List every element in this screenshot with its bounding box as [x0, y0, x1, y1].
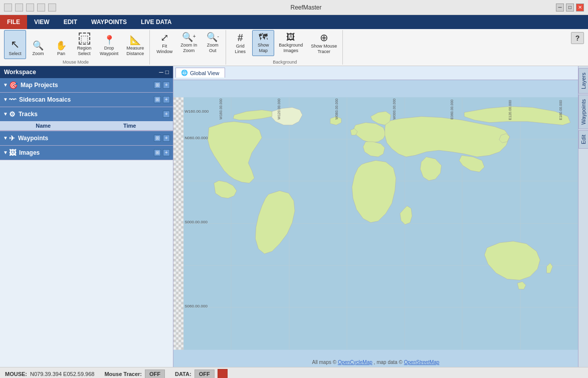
drop-waypoint-tool[interactable]: 📍 DropWaypoint [96, 30, 122, 59]
menu-file[interactable]: FILE [0, 15, 27, 29]
edit-tab[interactable]: Edit [578, 130, 589, 149]
attribution: All maps © OpenCycleMap , map data © Ope… [312, 359, 440, 365]
sidescan-add-child[interactable]: ⊞ [154, 96, 161, 103]
toolbar-view-group: # GridLines 🗺 ShowMap 🖼 BackgroundImages… [227, 30, 343, 65]
app-title: ReefMaster [56, 4, 556, 11]
zoom-tool[interactable]: 🔍 Zoom [27, 30, 49, 59]
show-map-label: ShowMap [258, 43, 269, 54]
statusbar: MOUSE: N079.39.394 E052.59.968 Mouse Tra… [0, 367, 588, 378]
tracks-content: Name Time [0, 121, 173, 131]
map-projects-controls: ⊞ + [154, 82, 170, 89]
maximize-button[interactable]: □ [566, 4, 574, 12]
map-projects-title: 🎯 Map Projects [9, 81, 154, 89]
help-button[interactable]: ? [571, 32, 584, 44]
mouse-tracer-label: Show MouseTracer [311, 44, 337, 55]
zoom-in-icon: 🔍+ [182, 33, 196, 42]
background-images-tool[interactable]: 🖼 BackgroundImages [275, 30, 306, 56]
opencyclemap-link[interactable]: OpenCycleMap [338, 359, 372, 365]
titlebar: ReefMaster ─ □ ✕ [0, 0, 588, 15]
select-tool[interactable]: ↖ Select [4, 30, 26, 59]
tracks-controls: + [163, 111, 170, 118]
globe-icon: 🌐 [181, 70, 188, 76]
tracks-icon: ⚙ [9, 110, 16, 118]
global-view-label: Global View [190, 70, 220, 76]
data-toggle[interactable]: OFF [194, 369, 215, 378]
zoom-out-icon: 🔍- [207, 33, 219, 42]
menu-livedata[interactable]: LIVE DATA [134, 15, 179, 29]
zoom-out-label: ZoomOut [207, 43, 219, 54]
pan-tool[interactable]: ✋ Pan [50, 30, 72, 59]
data-indicator[interactable] [218, 369, 228, 378]
fit-window-tool[interactable]: ⤢ FitWindow [153, 30, 176, 57]
waypoints-header[interactable]: ▼ ✈ Waypoints ⊞ + [0, 131, 173, 145]
grid-lines-label: GridLines [235, 44, 246, 55]
waypoints-add-child[interactable]: ⊞ [154, 135, 161, 142]
show-mouse-tracer-tool[interactable]: ⊕ Show MouseTracer [307, 30, 340, 57]
region-select-tool[interactable]: ⬚ RegionSelect [73, 30, 95, 59]
tracks-col-name: Name [0, 121, 87, 130]
drop-waypoint-label: DropWaypoint [100, 46, 118, 57]
measure-distance-tool[interactable]: 📐 MeasureDistance [123, 30, 147, 59]
tracks-section: ▼ ⚙ Tracks + Name Time [0, 107, 173, 131]
zoom-in-tool[interactable]: 🔍+ Zoom InZoom [177, 30, 201, 56]
tracks-col-time: Time [87, 121, 173, 130]
waypoints-tab[interactable]: Waypoints [578, 95, 589, 129]
openstreetmap-link[interactable]: OpenStreetMap [404, 359, 440, 365]
zoom-out-tool[interactable]: 🔍- ZoomOut [202, 30, 224, 56]
sidescan-section: ▼ 〰 Sidescan Mosaics ⊞ + [0, 93, 173, 107]
map-canvas[interactable]: W160.00.000 N060.00.000 S000.00.000 S060… [173, 80, 578, 367]
sidescan-controls: ⊞ + [154, 96, 170, 103]
menu-edit[interactable]: EDIT [57, 15, 84, 29]
images-add[interactable]: + [163, 149, 170, 156]
data-status-group: DATA: OFF [175, 369, 228, 378]
sidebar-detach[interactable]: □ [165, 69, 169, 76]
layers-tab[interactable]: Layers [578, 68, 589, 94]
menu-waypoints[interactable]: WAYPOINTS [84, 15, 134, 29]
zoom-in-label: Zoom InZoom [180, 43, 197, 54]
sidebar-pin[interactable]: ─ [159, 69, 163, 76]
svg-text:W060.00.000: W060.00.000 [335, 98, 338, 119]
images-add-child[interactable]: ⊞ [154, 149, 161, 156]
workspace-header: Workspace ─ □ [0, 66, 173, 78]
minimize-button[interactable]: ─ [556, 4, 564, 12]
tracks-add[interactable]: + [163, 111, 170, 118]
show-map-tool[interactable]: 🗺 ShowMap [252, 30, 274, 56]
help-icon: ? [575, 35, 580, 42]
star-icon [26, 4, 34, 12]
close-button[interactable]: ✕ [576, 4, 584, 12]
global-view-tab[interactable]: 🌐 Global View [175, 68, 225, 78]
toolbar-mouse-mode-group: ↖ Select 🔍 Zoom ✋ Pan ⬚ RegionSelect 📍 [2, 30, 150, 65]
grid-lines-tool[interactable]: # GridLines [229, 30, 251, 57]
map-projects-add-child[interactable]: ⊞ [154, 82, 161, 89]
select-icon: ↖ [11, 39, 20, 50]
mouse-mode-label: Mouse Mode [4, 59, 147, 65]
images-section: ▼ 🖼 Images ⊞ + [0, 146, 173, 160]
tracer-status-group: Mouse Tracer: OFF [104, 369, 165, 378]
background-images-label: BackgroundImages [279, 43, 303, 54]
svg-text:W160.00.000: W160.00.000 [219, 98, 223, 119]
tracer-toggle[interactable]: OFF [145, 369, 165, 378]
map-projects-add[interactable]: + [163, 82, 170, 89]
mouse-coords: N079.39.394 E052.59.968 [30, 371, 94, 377]
sidescan-header[interactable]: ▼ 〰 Sidescan Mosaics ⊞ + [0, 93, 173, 107]
map-projects-header[interactable]: ▼ 🎯 Map Projects ⊞ + [0, 78, 173, 92]
world-map-svg: W160.00.000 N060.00.000 S000.00.000 S060… [173, 80, 578, 367]
svg-text:W160.00.000: W160.00.000 [184, 109, 209, 113]
waypoints-add[interactable]: + [163, 135, 170, 142]
menu-view[interactable]: VIEW [27, 15, 57, 29]
svg-text:S060.00.000: S060.00.000 [184, 304, 208, 308]
map-area: 🌐 Global View [173, 66, 578, 367]
images-icon: 🖼 [9, 149, 16, 157]
images-header[interactable]: ▼ 🖼 Images ⊞ + [0, 146, 173, 160]
zoom-label: Zoom [32, 51, 44, 57]
sidescan-add[interactable]: + [163, 96, 170, 103]
tracks-header[interactable]: ▼ ⚙ Tracks + [0, 107, 173, 121]
region-select-label: RegionSelect [77, 46, 92, 57]
measure-icon: 📐 [130, 36, 141, 45]
right-sidebar: Layers Waypoints Edit [578, 66, 588, 367]
mouse-label: MOUSE: [5, 371, 27, 377]
zoom-icon: 🔍 [33, 41, 44, 50]
waypoints-icon: ✈ [9, 134, 15, 142]
star2-icon [37, 4, 45, 12]
svg-text:E180.00.000: E180.00.000 [559, 100, 562, 120]
